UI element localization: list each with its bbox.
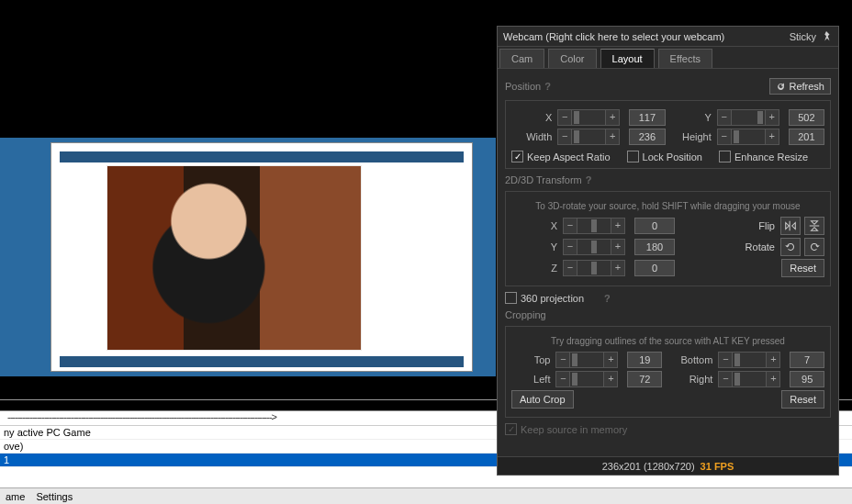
transform-reset-button[interactable]: Reset (781, 259, 824, 277)
sticky-toggle[interactable]: Sticky (790, 30, 833, 43)
flip-vertical-button[interactable] (804, 217, 824, 235)
status-fps: 31 FPS (701, 461, 734, 472)
label-rotate: Rotate (746, 241, 775, 252)
bottom-tabs: ame Settings (0, 487, 852, 504)
transform-fieldset: To 3D-rotate your source, hold SHIFT whi… (505, 191, 831, 286)
auto-crop-button[interactable]: Auto Crop (511, 390, 574, 409)
section-cropping-title: Cropping (505, 309, 546, 320)
width-stepper[interactable]: −+ (557, 129, 620, 145)
status-bar: 236x201 (1280x720) 31 FPS (498, 456, 838, 475)
section-transform-title: 2D/3D Transform (505, 174, 582, 185)
property-panel: Webcam (Right click here to select your … (497, 26, 839, 476)
crop-reset-button[interactable]: Reset (781, 390, 824, 409)
keep-in-memory-checkbox[interactable]: ✓ Keep source in memory (505, 423, 831, 435)
overlay-banner-bottom (60, 356, 464, 367)
help-icon[interactable]: ? (604, 293, 611, 304)
label-rot-x: X (511, 220, 557, 231)
scene-preview[interactable]: Right Click in here to change text (0, 138, 496, 376)
panel-header[interactable]: Webcam (Right click here to select your … (498, 27, 838, 47)
rotate-cw-button[interactable] (804, 238, 824, 256)
help-icon[interactable]: ? (544, 81, 551, 92)
help-icon[interactable]: ? (586, 174, 592, 185)
lock-position-checkbox[interactable]: Lock Position (627, 151, 702, 162)
cropping-fieldset: Try dragging outlines of the source with… (505, 326, 831, 418)
tab-color[interactable]: Color (548, 49, 596, 68)
360-projection-checkbox[interactable]: 360 projection (505, 292, 584, 304)
rot-z-stepper[interactable]: −+ (563, 260, 625, 276)
label-crop-top: Top (511, 354, 550, 365)
label-width: Width (511, 131, 552, 142)
tab-effects[interactable]: Effects (658, 49, 712, 68)
y-value[interactable]: 502 (789, 109, 824, 126)
panel-title: Webcam (Right click here to select your … (503, 31, 790, 42)
transform-hint: To 3D-rotate your source, hold SHIFT whi… (511, 201, 824, 211)
label-rot-y: Y (511, 241, 557, 252)
rot-y-value[interactable]: 180 (634, 239, 675, 255)
rot-x-value[interactable]: 0 (634, 218, 675, 234)
keep-aspect-checkbox[interactable]: ✓Keep Aspect Ratio (511, 151, 611, 162)
crop-left-stepper[interactable]: −+ (555, 371, 618, 387)
bottom-tab[interactable]: ame (6, 491, 25, 502)
cropping-hint: Try dragging outlines of the source with… (511, 336, 824, 346)
rot-z-value[interactable]: 0 (634, 260, 675, 276)
panel-tabs: Cam Color Layout Effects (498, 47, 838, 69)
crop-left-value[interactable]: 72 (627, 371, 662, 387)
rot-x-stepper[interactable]: −+ (563, 218, 625, 234)
refresh-button[interactable]: Refresh (769, 78, 831, 95)
crop-bottom-stepper[interactable]: −+ (718, 352, 780, 368)
y-stepper[interactable]: −+ (717, 109, 779, 126)
crop-right-stepper[interactable]: −+ (718, 371, 780, 387)
crop-right-value[interactable]: 95 (790, 371, 824, 387)
flip-horizontal-button[interactable] (780, 217, 801, 235)
height-value[interactable]: 201 (789, 129, 824, 145)
crop-top-value[interactable]: 19 (627, 352, 662, 368)
rotate-ccw-button[interactable] (780, 238, 801, 256)
width-value[interactable]: 236 (629, 129, 665, 145)
webcam-source-box[interactable] (106, 165, 362, 351)
rot-y-stepper[interactable]: −+ (563, 239, 625, 255)
label-y: Y (671, 112, 712, 123)
x-stepper[interactable]: −+ (557, 109, 620, 126)
enhance-resize-checkbox[interactable]: Enhance Resize (719, 151, 808, 162)
label-crop-bottom: Bottom (667, 354, 712, 365)
label-flip: Flip (758, 220, 775, 231)
label-x: X (511, 112, 552, 123)
label-height: Height (671, 131, 712, 142)
section-position-title: Position (505, 81, 541, 92)
overlay-banner-top (60, 151, 464, 162)
refresh-icon (776, 82, 786, 92)
tab-cam[interactable]: Cam (499, 49, 544, 68)
bottom-tab[interactable]: Settings (36, 491, 73, 502)
label-crop-right: Right (667, 374, 712, 385)
pin-icon (820, 30, 833, 43)
label-rot-z: Z (511, 263, 557, 274)
height-stepper[interactable]: −+ (717, 129, 779, 145)
position-fieldset: X −+ 117 Y −+ 502 Width −+ 236 Height −+… (505, 100, 831, 169)
webcam-feed-image (107, 166, 361, 350)
status-size: 236x201 (1280x720) (602, 461, 695, 472)
label-crop-left: Left (511, 374, 550, 385)
crop-top-stepper[interactable]: −+ (555, 352, 618, 368)
crop-bottom-value[interactable]: 7 (790, 352, 824, 368)
x-value[interactable]: 117 (629, 109, 665, 126)
tab-layout[interactable]: Layout (600, 49, 655, 68)
